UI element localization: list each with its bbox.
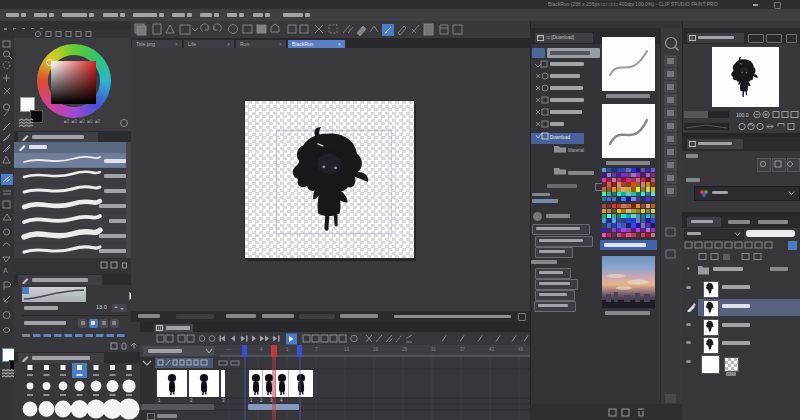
svg-text:1: 1 xyxy=(286,347,289,352)
svg-text:19: 19 xyxy=(373,347,379,352)
svg-text:—: — xyxy=(226,347,231,352)
svg-text:13: 13 xyxy=(344,347,350,352)
svg-text:31: 31 xyxy=(431,347,437,352)
svg-text:7: 7 xyxy=(315,347,318,352)
svg-text:4: 4 xyxy=(260,347,263,352)
svg-text:A: A xyxy=(3,267,8,274)
svg-text:37: 37 xyxy=(460,347,466,352)
svg-text:49: 49 xyxy=(518,347,524,352)
svg-text:25: 25 xyxy=(402,347,408,352)
svg-text:43: 43 xyxy=(489,347,495,352)
